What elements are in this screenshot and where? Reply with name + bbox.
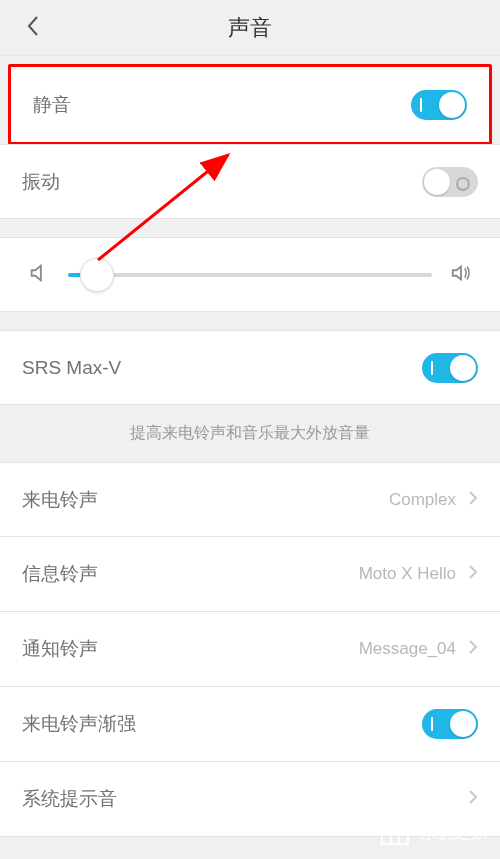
speaker-low-icon (28, 262, 50, 288)
page-title: 声音 (228, 13, 272, 43)
back-button[interactable] (20, 9, 46, 47)
back-icon (25, 14, 41, 38)
row-vibrate[interactable]: 振动 (0, 144, 500, 219)
row-srs[interactable]: SRS Max-V (0, 330, 500, 405)
row-msg-ringtone[interactable]: 信息铃声 Moto X Hello (0, 537, 500, 612)
vibrate-label: 振动 (22, 169, 60, 195)
msg-ringtone-label: 信息铃声 (22, 561, 98, 587)
system-sound-label: 系统提示音 (22, 786, 117, 812)
srs-toggle[interactable] (422, 353, 478, 383)
chevron-right-icon (468, 564, 478, 584)
row-silent[interactable]: 静音 (11, 67, 489, 142)
volume-slider[interactable] (68, 273, 432, 277)
row-rising-ringtone[interactable]: 来电铃声渐强 (0, 687, 500, 762)
header: 声音 (0, 0, 500, 56)
srs-hint: 提高来电铃声和音乐最大外放音量 (0, 405, 500, 462)
notif-ringtone-value: Message_04 (359, 639, 456, 659)
chevron-right-icon (468, 490, 478, 510)
silent-toggle[interactable] (411, 90, 467, 120)
row-incoming-ringtone[interactable]: 来电铃声 Complex (0, 462, 500, 537)
silent-label: 静音 (33, 92, 71, 118)
vibrate-toggle[interactable] (422, 167, 478, 197)
chevron-right-icon (468, 639, 478, 659)
rising-ringtone-label: 来电铃声渐强 (22, 711, 136, 737)
srs-label: SRS Max-V (22, 357, 121, 379)
row-notif-ringtone[interactable]: 通知铃声 Message_04 (0, 612, 500, 687)
notif-ringtone-label: 通知铃声 (22, 636, 98, 662)
speaker-high-icon (450, 262, 472, 288)
volume-slider-row (0, 237, 500, 312)
highlight-silent-row: 静音 (8, 64, 492, 145)
msg-ringtone-value: Moto X Hello (359, 564, 456, 584)
rising-ringtone-toggle[interactable] (422, 709, 478, 739)
incoming-ringtone-value: Complex (389, 490, 456, 510)
chevron-right-icon (468, 789, 478, 809)
row-system-sound[interactable]: 系统提示音 (0, 762, 500, 837)
incoming-ringtone-label: 来电铃声 (22, 487, 98, 513)
slider-thumb[interactable] (80, 258, 114, 292)
